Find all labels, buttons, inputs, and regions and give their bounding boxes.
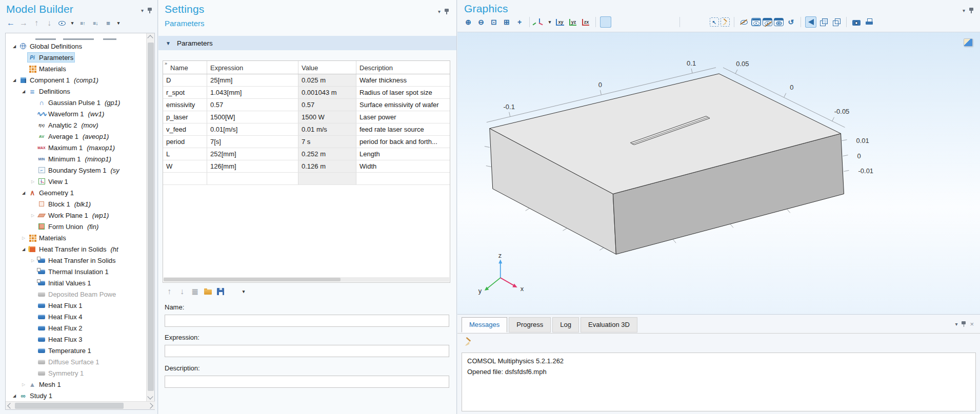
panel-menu-caret[interactable]: ▾: [955, 322, 957, 327]
table-cell[interactable]: 0.252 m: [298, 148, 356, 160]
table-cell[interactable]: 1500[W]: [207, 111, 298, 123]
table-cell[interactable]: Laser power: [356, 111, 450, 123]
tree-item-maximum-1[interactable]: MAXMaximum 1(maxop1): [6, 142, 147, 153]
pan-icon[interactable]: +: [514, 16, 525, 28]
scroll-left-icon[interactable]: [7, 403, 13, 408]
view-xy-icon[interactable]: xy: [554, 16, 566, 28]
show-hidden-icon[interactable]: [774, 18, 784, 26]
expand-arrow-icon[interactable]: ◢: [20, 247, 27, 252]
tree-item-boundary-system-1[interactable]: ⌐Boundary System 1(sy: [6, 164, 147, 176]
table-row[interactable]: [163, 173, 450, 185]
table-row[interactable]: period7[s]7 speriod for back and forth..…: [163, 136, 450, 148]
table-row[interactable]: L252[mm]0.252 mLength: [163, 148, 450, 160]
table-cell[interactable]: [356, 173, 450, 184]
tree-item-heat-flux-1[interactable]: Heat Flux 1: [6, 300, 147, 311]
expand-arrow-icon[interactable]: ▷: [29, 179, 36, 184]
expression-input[interactable]: [165, 345, 449, 357]
tree-item-heat-flux-4[interactable]: Heat Flux 4: [6, 311, 147, 322]
column-header-value[interactable]: Value: [298, 61, 356, 74]
messages-log[interactable]: COMSOL Multiphysics 5.2.1.262 Opened fil…: [462, 353, 976, 411]
view-zx-icon[interactable]: zx: [580, 16, 591, 28]
table-row[interactable]: r_spot1.043[mm]0.001043 mRadius of laser…: [163, 87, 450, 99]
snapshot-camera-icon[interactable]: [851, 16, 862, 28]
table-cell[interactable]: 0.57: [207, 99, 298, 111]
table-cell[interactable]: 126[mm]: [207, 160, 298, 172]
save-to-file-icon[interactable]: [215, 286, 226, 297]
scroll-up-icon[interactable]: [147, 35, 153, 40]
select-box-icon[interactable]: ↖: [710, 17, 719, 27]
view-hidden-icon[interactable]: [751, 18, 761, 26]
pin-icon[interactable]: [961, 321, 966, 327]
tree-item-initial-values-1[interactable]: Initial Values 1: [6, 277, 147, 288]
tree-item-heat-transfer-in-solids[interactable]: ▷Heat Transfer in Solids: [6, 255, 147, 266]
table-cell[interactable]: emissivity: [163, 99, 207, 111]
move-to-icon[interactable]: [228, 286, 239, 297]
delete-icon[interactable]: ≣: [189, 286, 201, 297]
scene-light-icon[interactable]: [805, 16, 816, 28]
move-to-caret[interactable]: ▾: [241, 286, 247, 297]
node-text-caret[interactable]: ▾: [115, 17, 122, 29]
forward-icon[interactable]: →: [18, 17, 29, 29]
move-down-icon[interactable]: ↓: [44, 17, 55, 29]
panel-menu-caret[interactable]: ▾: [141, 8, 144, 13]
scrollbar-thumb[interactable]: [148, 43, 154, 391]
table-cell[interactable]: L: [163, 148, 207, 160]
pin-icon[interactable]: [969, 7, 974, 14]
tree-item-heat-flux-3[interactable]: Heat Flux 3: [6, 334, 147, 345]
tree-item-study-1[interactable]: ◢∞Study 1: [6, 390, 147, 401]
zoom-out-icon[interactable]: ⊖: [475, 16, 487, 28]
scroll-down-icon[interactable]: [147, 394, 153, 399]
clear-messages-icon[interactable]: [463, 336, 474, 347]
transparency-icon[interactable]: [818, 16, 829, 28]
tree-item-diffuse-surface-1[interactable]: Diffuse Surface 1: [6, 356, 147, 367]
table-row[interactable]: D25[mm]0.025 mWafer thickness: [163, 74, 450, 87]
table-cell[interactable]: 0.57: [298, 99, 356, 111]
tab-log[interactable]: Log: [552, 317, 579, 333]
tree-item-definitions[interactable]: ◢≡Definitions: [6, 86, 147, 97]
model-tree-node-text-icon[interactable]: ≡: [103, 17, 114, 29]
description-input[interactable]: [165, 376, 449, 388]
hide-in-view-icon[interactable]: [763, 18, 772, 26]
table-cell[interactable]: p_laser: [163, 111, 207, 123]
table-cell[interactable]: 0.01[m/s]: [207, 123, 298, 135]
table-cell[interactable]: 7 s: [298, 136, 356, 148]
show-menu-caret[interactable]: ▾: [69, 17, 75, 29]
column-header-expression[interactable]: Expression: [207, 61, 298, 74]
tree-item-geometry-1[interactable]: ◢∧Geometry 1: [6, 187, 147, 198]
load-from-file-icon[interactable]: [202, 286, 213, 297]
default-view-icon[interactable]: [600, 16, 611, 28]
close-icon[interactable]: ×: [970, 321, 974, 327]
table-cell[interactable]: period: [163, 136, 207, 148]
view-bottom-icon[interactable]: [626, 16, 637, 28]
table-row[interactable]: W126[mm]0.126 mWidth: [163, 160, 450, 173]
view-right-icon[interactable]: [651, 16, 663, 28]
hide-objects-icon[interactable]: [738, 16, 750, 28]
column-header-description[interactable]: Description: [356, 61, 450, 74]
tree-vertical-scrollbar[interactable]: [146, 33, 154, 402]
tree-item-temperature-1[interactable]: Temperature 1: [6, 345, 147, 356]
parameters-section-header[interactable]: ▼ Parameters: [158, 36, 456, 50]
name-input[interactable]: [165, 315, 449, 327]
animation-icon[interactable]: [697, 16, 708, 28]
tree-item-heat-transfer-in-solids[interactable]: ◢Heat Transfer in Solids(ht: [6, 243, 147, 255]
pin-icon[interactable]: [444, 8, 449, 15]
section-collapse-icon[interactable]: ▼: [166, 40, 171, 46]
show-icon[interactable]: [56, 17, 68, 29]
tree-item-symmetry-1[interactable]: Symmetry 1: [6, 367, 147, 379]
column-header-name[interactable]: Name: [163, 61, 207, 74]
expand-arrow-icon[interactable]: ◢: [11, 78, 18, 82]
panel-menu-caret[interactable]: ▾: [438, 9, 441, 14]
tree-item-mesh-1[interactable]: ▷▲Mesh 1: [6, 379, 147, 390]
expand-arrow-icon[interactable]: ▷: [20, 236, 27, 240]
table-cell[interactable]: 7[s]: [207, 136, 298, 148]
table-cell[interactable]: W: [163, 160, 207, 172]
scrollbar-thumb[interactable]: [15, 403, 124, 409]
move-up-icon[interactable]: ↑: [31, 17, 42, 29]
view-yz-icon[interactable]: yz: [567, 16, 578, 28]
expand-arrow-icon[interactable]: ◢: [20, 89, 27, 94]
tree-item-component-1[interactable]: ◢Component 1(comp1): [6, 74, 147, 86]
table-cell[interactable]: 0.01 m/s: [298, 123, 356, 135]
panel-menu-caret[interactable]: ▾: [963, 8, 965, 13]
orientation-axes-icon[interactable]: [534, 16, 545, 28]
table-cell[interactable]: [298, 173, 356, 184]
